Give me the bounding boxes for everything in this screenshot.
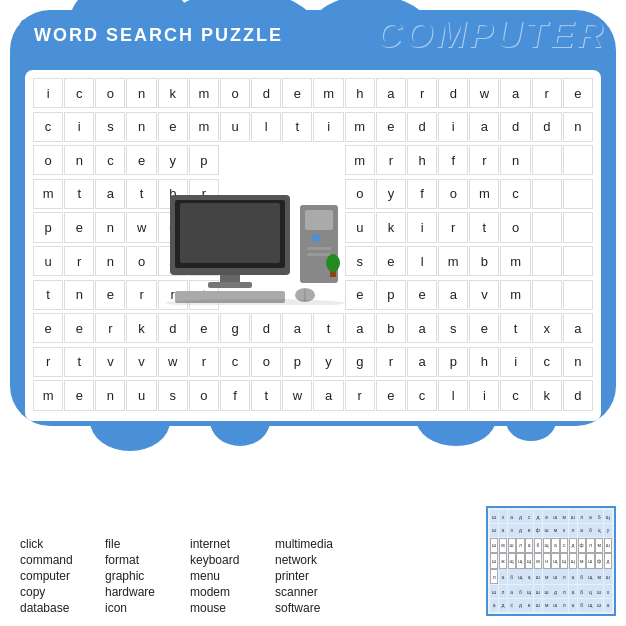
mini-cell: ш: [534, 599, 542, 612]
mini-cell: а: [490, 599, 498, 612]
grid-cell: m: [438, 246, 468, 276]
grid-cell: g: [220, 313, 250, 343]
mini-cell: а: [525, 569, 533, 584]
mini-cell: щ: [525, 553, 533, 568]
grid-cell: [532, 179, 562, 209]
grid-cell: p: [189, 145, 219, 175]
svg-rect-9: [307, 253, 331, 256]
grid-cell: r: [532, 78, 562, 108]
mini-cell: л: [560, 569, 568, 584]
grid-cell: d: [251, 78, 281, 108]
mini-cell: ц: [595, 524, 603, 537]
grid-cell: p: [33, 212, 63, 242]
grid-cell: l: [438, 380, 468, 410]
word-item: icon: [105, 600, 190, 616]
grid-cell: n: [64, 280, 94, 310]
header: WORD SEARCH PUZZLE COMPUTER: [20, 14, 606, 56]
grid-cell: e: [376, 380, 406, 410]
grid-cell: r: [376, 347, 406, 377]
grid-cell: r: [64, 246, 94, 276]
grid-cell: m: [500, 280, 530, 310]
word-list-col4: multimedianetworkprinterscannersoftware: [275, 536, 360, 616]
grid-cell: t: [313, 313, 343, 343]
mini-cell: щ: [543, 538, 551, 553]
mini-cell: х: [604, 585, 612, 598]
grid-cell: w: [469, 78, 499, 108]
grid-cell: n: [563, 112, 593, 142]
grid-cell: a: [407, 313, 437, 343]
grid-cell: e: [189, 313, 219, 343]
grid-cell: r: [469, 145, 499, 175]
mini-cell: а: [551, 538, 559, 553]
mini-cell: ш: [604, 538, 612, 553]
mini-cell: д: [516, 510, 524, 523]
svg-rect-8: [307, 247, 331, 250]
grid-cell: u: [220, 112, 250, 142]
grid-cell: k: [158, 78, 188, 108]
grid-cell: d: [407, 112, 437, 142]
grid-cell: c: [64, 78, 94, 108]
grid-cell: v: [469, 280, 499, 310]
grid-cell: w: [126, 212, 156, 242]
grid-cell: a: [438, 280, 468, 310]
mini-cell: л: [586, 538, 594, 553]
word-item: copy: [20, 584, 105, 600]
mini-cell: а: [569, 585, 577, 598]
grid-cell: r: [407, 78, 437, 108]
grid-cell: o: [189, 380, 219, 410]
grid-cell: y: [376, 179, 406, 209]
mini-cell: с: [508, 599, 516, 612]
grid-cell: a: [407, 347, 437, 377]
grid-cell: [532, 246, 562, 276]
grid-cell: p: [438, 347, 468, 377]
svg-rect-6: [305, 210, 333, 230]
word-item: printer: [275, 568, 360, 584]
grid-cell: [563, 280, 593, 310]
topic-title: COMPUTER: [376, 14, 606, 56]
grid-cell: d: [251, 313, 281, 343]
grid-cell: t: [64, 347, 94, 377]
word-item: computer: [20, 568, 105, 584]
grid-cell: r: [95, 313, 125, 343]
mini-cell: м: [543, 599, 551, 612]
grid-cell: t: [500, 313, 530, 343]
grid-cell: [532, 212, 562, 242]
grid-cell: e: [64, 313, 94, 343]
grid-cell: r: [376, 145, 406, 175]
grid-cell: x: [532, 313, 562, 343]
grid-cell: d: [158, 313, 188, 343]
grid-cell: e: [64, 380, 94, 410]
grid-cell: e: [95, 280, 125, 310]
mini-cell: б: [595, 510, 603, 523]
grid-cell: [251, 145, 281, 175]
grid-cell: i: [469, 380, 499, 410]
grid-cell: m: [313, 78, 343, 108]
word-item: mouse: [190, 600, 275, 616]
grid-cell: o: [220, 78, 250, 108]
grid-cell: c: [33, 112, 63, 142]
grid-cell: m: [345, 112, 375, 142]
grid-cell: i: [33, 78, 63, 108]
mini-cell: ш: [490, 510, 498, 523]
mini-cell: л: [569, 524, 577, 537]
word-list-col2: fileformatgraphichardwareicon: [105, 536, 190, 616]
mini-cell: а: [578, 524, 586, 537]
grid-cell: h: [407, 145, 437, 175]
word-item: database: [20, 600, 105, 616]
mini-cell: б: [534, 538, 542, 553]
mini-cell: ш: [604, 569, 612, 584]
computer-illustration: [160, 185, 350, 305]
grid-cell: e: [33, 313, 63, 343]
grid-cell: a: [376, 78, 406, 108]
grid-cell: r: [33, 347, 63, 377]
grid-cell: d: [500, 112, 530, 142]
mini-cell: а: [499, 569, 507, 584]
grid-cell: o: [500, 212, 530, 242]
grid-cell: t: [282, 112, 312, 142]
mini-grid-inner: шхадсдешмшлабщшаздефшмклабцушмшлабщасдфл…: [490, 510, 612, 612]
grid-cell: n: [500, 145, 530, 175]
mini-cell: ш: [490, 585, 498, 598]
mini-cell: а: [508, 510, 516, 523]
mini-cell: ш: [534, 585, 542, 598]
grid-cell: r: [345, 380, 375, 410]
